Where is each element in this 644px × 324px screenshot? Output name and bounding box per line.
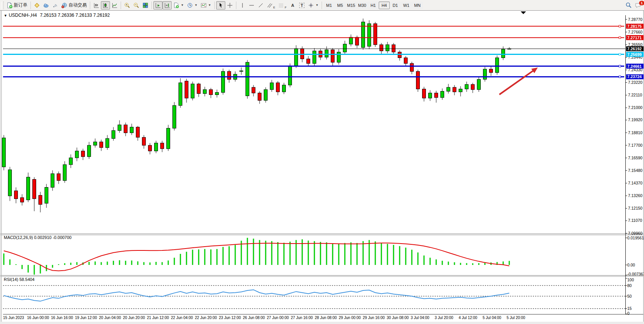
line-handle[interactable]: [619, 53, 621, 55]
zoom-out-button[interactable]: [132, 1, 141, 10]
timeframe-mn-button[interactable]: MN: [412, 2, 423, 9]
line-handle[interactable]: [619, 25, 621, 27]
timeframe-m5-button[interactable]: M5: [335, 2, 346, 9]
chart-title: ▼USDCNH-,H47.26153 7.26336 7.26133 7.261…: [4, 13, 110, 18]
svg-text:7.22110: 7.22110: [628, 93, 642, 97]
horizontal-line-icon: [249, 2, 255, 8]
svg-text:7.12150: 7.12150: [628, 206, 642, 210]
auto-trading-button[interactable]: 自动交易: [60, 1, 88, 10]
fibonacci-icon: [278, 2, 284, 8]
tile-windows-button[interactable]: [141, 1, 150, 10]
timeframe-h1-button[interactable]: H1: [368, 2, 379, 9]
search-icon: [625, 2, 632, 8]
chart-canvas[interactable]: 7.287707.276607.265507.254407.243307.232…: [0, 11, 644, 322]
timeframe-toolbar: M1M5M15M30H1H4D1W1MN: [324, 2, 423, 9]
separator: [236, 2, 236, 9]
line-chart-type-button[interactable]: [110, 1, 119, 10]
timeframe-m1-button[interactable]: M1: [324, 2, 335, 9]
cloud-button[interactable]: [41, 1, 51, 10]
svg-text:7.28770: 7.28770: [628, 17, 642, 22]
trendline-tool-button[interactable]: [256, 1, 265, 10]
timeframe-d1-button[interactable]: D1: [390, 2, 401, 9]
bar-chart-type-button[interactable]: [92, 1, 101, 10]
svg-text:7.26192: 7.26192: [627, 47, 642, 51]
notifications-button[interactable]: 1: [633, 1, 643, 10]
macd-values: 0.002910 -0.000700: [34, 235, 71, 240]
signal-icon: [52, 2, 58, 8]
text-tool-button[interactable]: A: [288, 1, 297, 10]
svg-text:27 Jun 00:00: 27 Jun 00:00: [267, 316, 289, 320]
separator: [30, 2, 31, 9]
svg-text:7.25699: 7.25699: [627, 52, 642, 57]
horizontal-line-tool-button[interactable]: [247, 1, 256, 10]
autotrading-globe-icon: [61, 2, 67, 8]
svg-text:3 Jul 20:00: 3 Jul 20:00: [435, 316, 453, 320]
search-button[interactable]: [624, 1, 633, 10]
rsi-pane-label: RSI(14) 58.5404: [4, 277, 35, 282]
candlestick-chart-icon: [102, 2, 108, 8]
svg-text:7.28175: 7.28175: [627, 24, 642, 29]
auto-scroll-icon: [155, 2, 161, 8]
indicators-button[interactable]: ▼: [172, 1, 185, 10]
svg-text:7.23220: 7.23220: [628, 80, 642, 85]
svg-text:7.18810: 7.18810: [628, 130, 642, 135]
chart-shift-icon: [164, 2, 170, 8]
timeframe-h4-button[interactable]: H4: [379, 2, 390, 9]
channel-tool-button[interactable]: E: [265, 1, 277, 10]
template-icon: [201, 2, 207, 8]
new-order-icon: [6, 2, 13, 8]
timeframe-w1-button[interactable]: W1: [401, 2, 412, 9]
separator: [322, 2, 322, 9]
line-handle[interactable]: [619, 65, 621, 67]
svg-text:22 Jun 04:00: 22 Jun 04:00: [171, 316, 193, 320]
zoom-out-icon: [133, 2, 139, 8]
new-order-button[interactable]: 新订单: [5, 1, 29, 10]
candlestick-chart-type-button[interactable]: [101, 1, 110, 10]
timeframe-m30-button[interactable]: M30: [357, 2, 368, 9]
dropdown-caret-icon: ▼: [208, 3, 211, 7]
line-handle[interactable]: [619, 37, 621, 38]
svg-text:4 Jul 12:00: 4 Jul 12:00: [459, 316, 477, 320]
svg-text:5 Jul 20:00: 5 Jul 20:00: [507, 316, 525, 320]
text-tool-letter: A: [291, 3, 294, 8]
svg-text:7.27171: 7.27171: [627, 35, 642, 40]
line-handle[interactable]: [619, 76, 621, 78]
periods-button[interactable]: ▼: [185, 1, 199, 10]
fibonacci-tool-button[interactable]: F: [277, 1, 288, 10]
symbol-dropdown-icon[interactable]: ▼: [4, 14, 7, 18]
chart-shift-button[interactable]: [163, 1, 172, 10]
text-label-tool-button[interactable]: T: [297, 1, 306, 10]
crosshair-button[interactable]: [225, 1, 234, 10]
auto-scroll-button[interactable]: [153, 1, 163, 10]
svg-text:7.14370: 7.14370: [628, 181, 642, 185]
signal-button[interactable]: [51, 1, 60, 10]
templates-button[interactable]: ▼: [199, 1, 213, 10]
svg-text:50: 50: [627, 294, 632, 298]
svg-text:27 Jun 16:00: 27 Jun 16:00: [291, 316, 313, 320]
vertical-line-tool-button[interactable]: [238, 1, 247, 10]
rsi-value: 58.5404: [19, 277, 35, 282]
gem-button[interactable]: [32, 1, 41, 10]
time-axis[interactable]: 15 Jun 202316 Jun 00:0016 Jun 16:0019 Ju…: [3, 316, 525, 320]
clock-icon: [187, 2, 193, 8]
rsi-name: RSI(14): [4, 277, 18, 282]
timeframe-m15-button[interactable]: M15: [346, 2, 357, 9]
svg-text:7.13260: 7.13260: [628, 193, 642, 198]
main-toolbar: 新订单 自动交易 ▼ ▼: [0, 0, 644, 11]
arrows-tool-button[interactable]: ▼: [306, 1, 320, 10]
svg-text:19 Jun 12:00: 19 Jun 12:00: [75, 316, 97, 320]
svg-text:0.019561: 0.019561: [627, 236, 644, 240]
chart-window[interactable]: 7.287707.276607.265507.254407.243307.232…: [0, 11, 644, 322]
cursor-button[interactable]: [216, 1, 225, 10]
svg-text:16 Jun 00:00: 16 Jun 00:00: [27, 316, 49, 320]
svg-text:22 Jun 20:00: 22 Jun 20:00: [195, 316, 217, 320]
channel-icon: [267, 2, 272, 8]
crosshair-icon: [227, 2, 233, 8]
new-order-label: 新订单: [14, 2, 27, 8]
gem-icon: [34, 2, 40, 8]
tile-windows-icon: [142, 2, 148, 8]
svg-text:16 Jun 16:00: 16 Jun 16:00: [51, 316, 73, 320]
auto-trading-label: 自动交易: [69, 2, 87, 8]
line-chart-icon: [112, 2, 118, 8]
zoom-in-button[interactable]: [123, 1, 132, 10]
